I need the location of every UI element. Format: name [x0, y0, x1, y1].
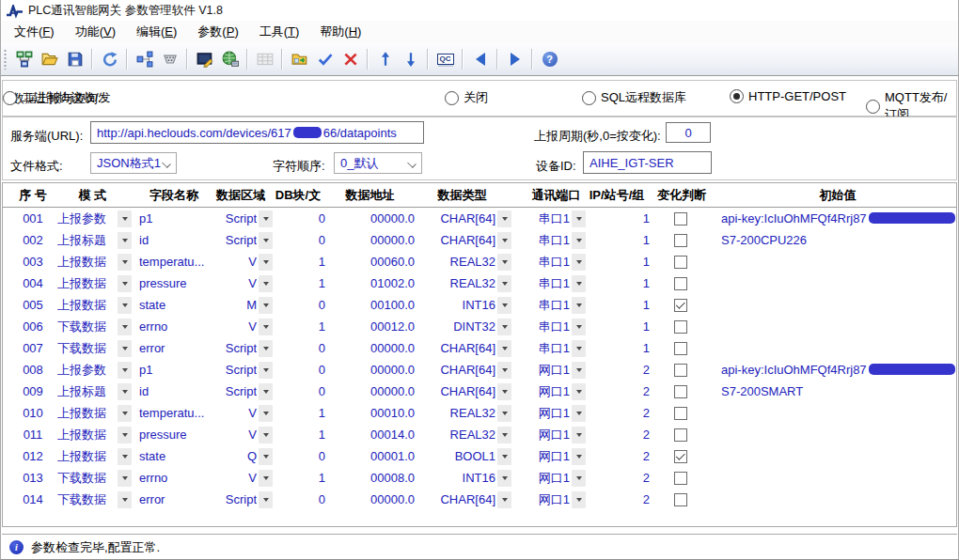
- data-area-cell[interactable]: Script: [211, 341, 257, 355]
- mode-cell[interactable]: 下载数据: [55, 491, 116, 508]
- data-area-cell[interactable]: V: [211, 406, 257, 420]
- address-cell[interactable]: 00008.0: [325, 471, 415, 485]
- change-checkbox[interactable]: [674, 234, 687, 247]
- dropdown-arrow-icon[interactable]: [497, 275, 511, 292]
- address-cell[interactable]: 00000.0: [325, 492, 415, 506]
- station-cell[interactable]: 2: [584, 428, 650, 442]
- field-name-cell[interactable]: errno: [137, 319, 211, 334]
- db-block-cell[interactable]: 1: [271, 255, 325, 269]
- dropdown-arrow-icon[interactable]: [118, 405, 132, 422]
- field-name-cell[interactable]: error: [137, 341, 211, 355]
- db-block-cell[interactable]: 1: [271, 471, 325, 485]
- change-checkbox[interactable]: [674, 385, 687, 398]
- dropdown-arrow-icon[interactable]: [118, 448, 132, 465]
- station-cell[interactable]: 2: [584, 406, 650, 420]
- port-cell[interactable]: 串口1: [528, 340, 570, 357]
- port-cell[interactable]: 网口1: [528, 383, 570, 400]
- dropdown-arrow-icon[interactable]: [118, 232, 132, 249]
- data-area-cell[interactable]: Script: [211, 233, 257, 247]
- field-name-cell[interactable]: errno: [137, 471, 211, 485]
- db-block-cell[interactable]: 0: [271, 492, 325, 506]
- db-block-cell[interactable]: 1: [271, 406, 325, 420]
- data-type-cell[interactable]: CHAR[64]: [415, 384, 495, 398]
- data-type-cell[interactable]: INT16: [415, 471, 495, 485]
- field-name-cell[interactable]: state: [137, 298, 211, 312]
- station-cell[interactable]: 1: [584, 233, 650, 247]
- change-checkbox[interactable]: [674, 320, 687, 334]
- menu-item[interactable]: 编辑(E): [126, 22, 187, 42]
- network-globe-icon[interactable]: [218, 47, 242, 71]
- radio-option-close[interactable]: 关闭: [445, 89, 488, 106]
- up-arrow-icon[interactable]: [373, 47, 397, 71]
- station-cell[interactable]: 2: [584, 384, 650, 398]
- mode-cell[interactable]: 上报参数: [55, 210, 116, 227]
- dropdown-arrow-icon[interactable]: [497, 427, 511, 443]
- data-area-cell[interactable]: Script: [211, 363, 257, 377]
- dropdown-arrow-icon[interactable]: [497, 340, 511, 357]
- address-cell[interactable]: 00060.0: [325, 255, 415, 269]
- refresh-icon[interactable]: [98, 47, 121, 71]
- dropdown-arrow-icon[interactable]: [118, 297, 132, 314]
- byte-order-select[interactable]: 0_默认: [334, 152, 422, 174]
- change-checkbox[interactable]: [674, 364, 687, 377]
- dropdown-arrow-icon[interactable]: [497, 383, 511, 400]
- field-name-cell[interactable]: p1: [137, 211, 211, 226]
- open-folder-icon[interactable]: [38, 47, 61, 71]
- field-name-cell[interactable]: error: [137, 492, 211, 506]
- mode-cell[interactable]: 上报标题: [55, 232, 116, 249]
- address-cell[interactable]: 00100.0: [325, 298, 415, 312]
- change-checkbox[interactable]: [674, 428, 687, 442]
- address-cell[interactable]: 00014.0: [325, 428, 415, 442]
- station-cell[interactable]: 1: [584, 341, 650, 355]
- address-cell[interactable]: 00010.0: [325, 406, 415, 420]
- station-cell[interactable]: 1: [584, 319, 650, 334]
- dropdown-arrow-icon[interactable]: [497, 470, 511, 487]
- menu-item[interactable]: 功能(V): [65, 22, 126, 42]
- device-id-input[interactable]: AIHE_IGT-SER: [583, 151, 712, 174]
- data-type-cell[interactable]: BOOL1: [415, 449, 495, 463]
- data-type-cell[interactable]: REAL32: [415, 428, 495, 442]
- toolbar-grip[interactable]: [4, 49, 7, 70]
- port-cell[interactable]: 串口1: [528, 232, 570, 249]
- dropdown-arrow-icon[interactable]: [497, 297, 511, 314]
- port-cell[interactable]: 网口1: [528, 362, 570, 379]
- check-icon[interactable]: [313, 47, 337, 71]
- report-period-input[interactable]: 0: [666, 122, 711, 143]
- data-type-cell[interactable]: REAL32: [415, 276, 495, 290]
- db-block-cell[interactable]: 0: [271, 384, 325, 398]
- change-checkbox[interactable]: [674, 256, 687, 269]
- db-block-cell[interactable]: 0: [271, 298, 325, 312]
- data-type-cell[interactable]: REAL32: [415, 406, 495, 420]
- port-cell[interactable]: 网口1: [528, 470, 570, 487]
- field-name-cell[interactable]: temperatu...: [137, 255, 211, 269]
- data-area-cell[interactable]: V: [211, 255, 257, 269]
- dropdown-arrow-icon[interactable]: [497, 405, 511, 422]
- init-value-cell[interactable]: api-key:IcIuOhMFQf4Rrj87=: [719, 211, 956, 226]
- db-block-cell[interactable]: 1: [271, 428, 325, 442]
- port-cell[interactable]: 网口1: [528, 448, 570, 465]
- dropdown-arrow-icon[interactable]: [118, 275, 132, 292]
- mode-cell[interactable]: 上报数据: [55, 448, 116, 465]
- save-icon[interactable]: [63, 47, 86, 71]
- mode-cell[interactable]: 上报参数: [55, 362, 116, 379]
- data-type-cell[interactable]: DINT32: [415, 319, 495, 334]
- mode-cell[interactable]: 下载数据: [55, 470, 116, 487]
- data-type-cell[interactable]: REAL32: [415, 255, 495, 269]
- mode-cell[interactable]: 上报数据: [55, 297, 116, 314]
- dropdown-arrow-icon[interactable]: [497, 232, 511, 249]
- data-area-cell[interactable]: Script: [211, 211, 257, 226]
- address-cell[interactable]: 00000.0: [325, 363, 415, 377]
- port-cell[interactable]: 网口1: [528, 491, 570, 508]
- dropdown-arrow-icon[interactable]: [497, 254, 511, 271]
- data-area-cell[interactable]: Script: [211, 384, 257, 398]
- change-checkbox[interactable]: [674, 407, 687, 420]
- db-block-cell[interactable]: 1: [271, 276, 325, 290]
- down-arrow-icon[interactable]: [399, 47, 422, 71]
- address-cell[interactable]: 00000.0: [325, 233, 415, 247]
- menu-item[interactable]: 工具(T): [249, 22, 310, 42]
- db-block-cell[interactable]: 0: [271, 363, 325, 377]
- station-cell[interactable]: 1: [584, 276, 650, 290]
- port-cell[interactable]: 串口1: [528, 319, 570, 335]
- db-block-cell[interactable]: 0: [271, 341, 325, 355]
- port-cell[interactable]: 网口1: [528, 427, 570, 443]
